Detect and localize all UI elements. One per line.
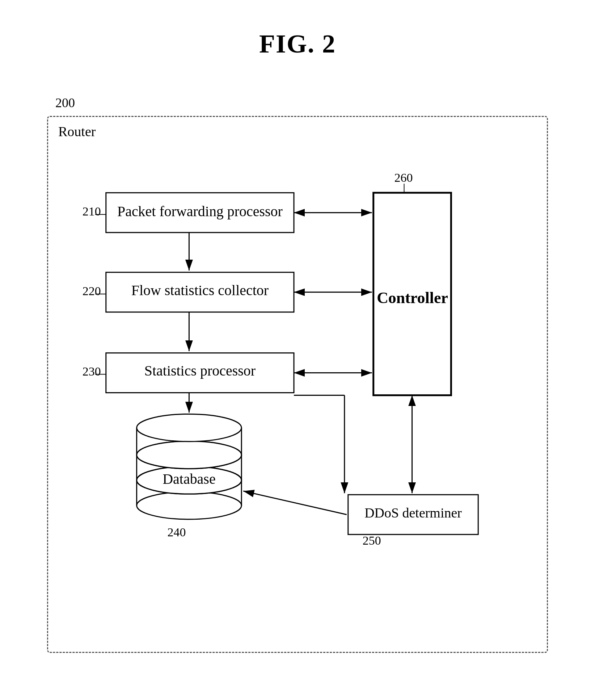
svg-text:240: 240 <box>168 525 186 539</box>
svg-text:220: 220 <box>83 284 101 298</box>
svg-text:210: 210 <box>83 205 101 218</box>
diagram-container: Router 200 <box>47 116 548 653</box>
svg-text:DDoS determiner: DDoS determiner <box>364 505 462 520</box>
svg-point-19 <box>137 414 242 441</box>
svg-point-16 <box>137 441 242 469</box>
svg-text:260: 260 <box>394 171 413 184</box>
ref-200: 200 <box>55 95 75 110</box>
svg-text:230: 230 <box>83 365 101 378</box>
svg-line-29 <box>243 491 347 515</box>
svg-text:Flow statistics collector: Flow statistics collector <box>131 282 269 298</box>
svg-point-8 <box>137 492 242 519</box>
svg-text:Controller: Controller <box>377 289 448 307</box>
svg-text:Statistics processor: Statistics processor <box>144 362 256 379</box>
svg-text:Packet forwarding processor: Packet forwarding processor <box>117 203 283 219</box>
svg-text:250: 250 <box>363 534 381 547</box>
page-title: FIG. 2 <box>0 0 595 59</box>
svg-text:Database: Database <box>163 471 215 487</box>
